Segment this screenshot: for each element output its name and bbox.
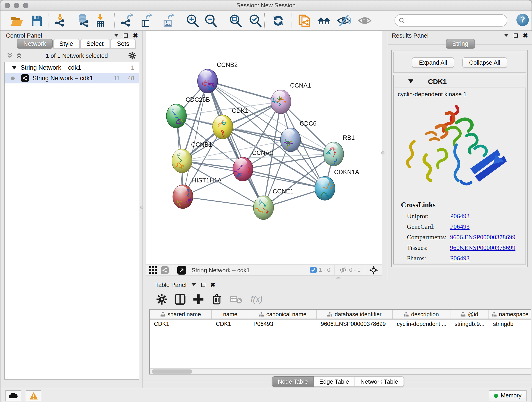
results-tab-string[interactable]: String	[446, 39, 475, 49]
edge-CCNB2-CCNE1[interactable]	[208, 81, 264, 208]
show-columns-icon[interactable]	[175, 294, 186, 305]
apply-layout-icon[interactable]	[271, 13, 285, 28]
memory-button[interactable]: Memory	[489, 390, 526, 401]
recenter-crosshair-icon[interactable]	[369, 266, 378, 274]
crosslink-value-link[interactable]: P06493	[450, 212, 470, 220]
table-cell[interactable]: CDK1	[150, 319, 212, 329]
column-header-canonical-name[interactable]: canonical name	[249, 310, 317, 319]
export-network-icon[interactable]	[120, 13, 134, 28]
control-panel-tab-network[interactable]: Network	[17, 39, 52, 49]
table-cell[interactable]: CDK1	[212, 319, 249, 329]
column-header-label: namespace	[499, 311, 528, 317]
table-cell[interactable]: 9606.ENSP00000378699	[317, 319, 393, 329]
table-cell[interactable]: cyclin-dependent ...	[393, 319, 450, 329]
string-import-icon[interactable]	[298, 13, 312, 28]
edge-CCNA2-CDKN1A[interactable]	[243, 169, 325, 188]
node-CCNA1[interactable]: CCNA1	[271, 82, 311, 114]
network-options-gear-icon[interactable]	[128, 51, 136, 59]
node-HIST1H1A[interactable]: HIST1H1A	[173, 177, 222, 210]
panel-float-icon[interactable]	[514, 33, 518, 37]
node-RB1[interactable]: RB1	[323, 134, 355, 167]
table-options-gear-icon[interactable]	[156, 294, 167, 305]
network-type-icon[interactable]	[161, 266, 169, 274]
edge-HIST1H1A-CCNE1[interactable]	[183, 197, 264, 208]
search-input[interactable]	[407, 17, 507, 24]
node-table[interactable]: shared namenamecanonical namedatabase id…	[149, 309, 531, 375]
export-image-icon[interactable]	[160, 13, 175, 28]
save-session-icon[interactable]	[29, 13, 44, 28]
panel-close-icon[interactable]: ✖	[210, 283, 215, 287]
table-cell[interactable]: P06493	[249, 319, 317, 329]
network-row-selected[interactable]: String Network – cdk1 11 48	[5, 73, 139, 83]
cloud-status-button[interactable]	[6, 390, 21, 401]
warnings-button[interactable]	[26, 390, 41, 401]
import-database-icon[interactable]	[76, 13, 91, 28]
panel-menu-icon[interactable]	[114, 34, 119, 37]
crosslink-value-link[interactable]: P06493	[450, 255, 470, 262]
panel-close-icon[interactable]: ✖	[133, 33, 138, 37]
control-panel-tab-select[interactable]: Select	[80, 39, 110, 49]
search-input-container	[394, 14, 507, 27]
show-all-icon[interactable]	[357, 13, 372, 28]
column-header-label: @id	[468, 311, 478, 317]
table-cell[interactable]: stringdb	[489, 319, 531, 329]
expand-all-networks-icon[interactable]	[16, 53, 22, 58]
table-tab-edge-table[interactable]: Edge Table	[314, 376, 355, 387]
zoom-out-icon[interactable]	[203, 13, 218, 28]
panel-float-icon[interactable]	[124, 33, 128, 37]
right-splitter-handle[interactable]	[381, 151, 385, 154]
panel-menu-icon[interactable]	[504, 34, 509, 37]
control-panel-tab-style[interactable]: Style	[53, 39, 80, 49]
left-splitter-handle[interactable]	[140, 206, 143, 209]
table-tab-node-table[interactable]: Node Table	[272, 376, 314, 387]
node-CDKN1A[interactable]: CDKN1A	[315, 169, 359, 201]
crosslink-value-link[interactable]: 9606.ENSP00000378699	[450, 234, 515, 241]
table-tab-network-table[interactable]: Network Table	[355, 376, 404, 387]
export-table-icon[interactable]	[138, 13, 153, 28]
table-cell[interactable]: stringdb:9...	[450, 319, 489, 329]
scrollbar-thumb[interactable]	[152, 370, 192, 374]
zoom-selected-icon[interactable]	[248, 13, 263, 28]
selected-items-checkbox[interactable]	[310, 267, 317, 273]
function-builder-icon[interactable]: f(x)	[250, 294, 265, 305]
crosslink-value-link[interactable]: P06493	[450, 223, 470, 230]
zoom-in-icon[interactable]	[185, 13, 200, 28]
import-network-icon[interactable]	[53, 13, 67, 28]
zoom-fit-icon[interactable]	[228, 13, 243, 28]
panel-float-icon[interactable]	[201, 283, 205, 287]
column-header-database-identifier[interactable]: database identifier	[317, 310, 393, 319]
tree-expander-icon[interactable]	[12, 66, 17, 70]
column-header--id[interactable]: @id	[450, 310, 489, 319]
node-label-CCNA2: CCNA2	[252, 149, 273, 156]
collapse-all-networks-icon[interactable]	[7, 53, 13, 58]
network-list: String Network – cdk1 1 String Network –…	[4, 62, 139, 380]
create-column-plus-icon[interactable]	[193, 294, 204, 305]
collapse-all-button[interactable]: Collapse All	[462, 57, 507, 68]
import-table-icon[interactable]	[93, 13, 108, 28]
table-row[interactable]: CDK1CDK1P064939606.ENSP00000378699cyclin…	[150, 319, 531, 329]
column-header-name[interactable]: name	[212, 310, 249, 319]
string-home-icon[interactable]	[317, 13, 331, 28]
column-header-description[interactable]: description	[393, 310, 450, 319]
open-in-window-icon[interactable]	[177, 266, 186, 274]
network-canvas[interactable]: CCNB2CCNA1CDC25BCDK1CDC6RB1CCNB1CCNA2CDK…	[146, 31, 382, 264]
birdseye-grid-icon[interactable]	[149, 266, 157, 274]
horizontal-scrollbar[interactable]	[150, 368, 531, 374]
section-expander-icon[interactable]	[408, 79, 413, 83]
hidden-node-edge-count: 0 - 0	[349, 267, 361, 273]
delete-table-icon[interactable]	[230, 294, 242, 305]
network-collection-row[interactable]: String Network – cdk1 1	[5, 62, 139, 73]
protein-section-header[interactable]: CDK1	[394, 75, 526, 88]
control-panel-tab-sets[interactable]: Sets	[110, 39, 136, 49]
panel-menu-icon[interactable]	[191, 283, 196, 286]
column-header-namespace[interactable]: namespace	[489, 310, 531, 319]
help-button[interactable]: ?	[516, 14, 529, 26]
hide-selected-icon[interactable]	[336, 13, 351, 28]
node-label-CCNB1: CCNB1	[191, 141, 212, 148]
panel-close-icon[interactable]: ✖	[523, 33, 528, 37]
delete-column-trash-icon[interactable]	[211, 294, 222, 305]
expand-all-button[interactable]: Expand All	[412, 57, 454, 68]
open-session-icon[interactable]	[9, 13, 24, 28]
column-header-shared-name[interactable]: shared name	[150, 310, 212, 319]
crosslink-value-link[interactable]: 9606.ENSP00000378699	[450, 244, 515, 251]
